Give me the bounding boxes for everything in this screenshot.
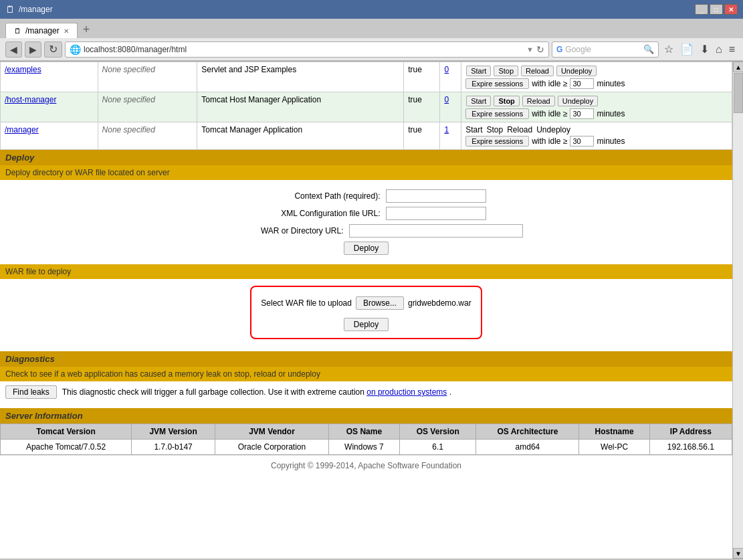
stop-button[interactable]: Stop [494,66,518,76]
app-actions: Start Stop Reload Undeploy Expire sessio… [461,92,732,122]
app-sessions[interactable]: 0 [444,95,449,104]
start-button[interactable]: Start [466,66,491,76]
app-path-link[interactable]: /manager [5,125,39,134]
refresh-button[interactable]: ↻ [44,41,62,58]
expire-sessions-button[interactable]: Expire sessions [465,78,529,89]
val-os-version: 6.1 [400,440,476,455]
window-title: /manager [19,5,53,14]
app-sessions[interactable]: 0 [444,65,449,74]
footer: Copyright © 1999-2014, Apache Software F… [0,455,732,476]
scroll-track[interactable] [733,72,743,548]
search-bar[interactable]: G Google 🔍 [552,41,659,58]
war-deploy-button[interactable]: Deploy [344,318,389,331]
xml-config-label: XML Configuration file URL: [247,209,381,218]
undeploy-button[interactable]: Undeploy [558,96,598,106]
search-icon[interactable]: 🔍 [643,44,654,54]
app-path-link[interactable]: /host-manager [5,95,56,104]
val-hostname: Wel-PC [579,440,649,455]
app-sessions[interactable]: 1 [444,125,449,134]
deploy-server-title: Deploy directory or WAR file located on … [5,168,170,177]
footer-text: Copyright © 1999-2014, Apache Software F… [271,461,461,470]
server-info-section: Server Information Tomcat Version JVM Ve… [0,408,732,455]
war-dir-label: WAR or Directory URL: [210,226,344,236]
download-button[interactable]: ⬇ [698,41,712,57]
browser-icon: 🗒 [5,4,15,15]
app-running: true [408,125,422,134]
col-hostname: Hostname [579,424,649,440]
applications-table: /examples None specified Servlet and JSP… [0,62,732,150]
tab-close-button[interactable]: ✕ [64,27,69,35]
war-filename: gridwebdemo.war [408,298,471,308]
idle-input[interactable] [570,136,594,147]
diagnostics-check-header: Check to see if a web application has ca… [0,367,732,381]
stop-button[interactable]: Stop [494,96,519,106]
expire-sessions-button[interactable]: Expire sessions [465,136,529,147]
server-info-table: Tomcat Version JVM Version JVM Vendor OS… [0,424,732,455]
close-button[interactable]: ✕ [724,4,738,15]
val-jvm-version: 1.7.0-b147 [132,440,215,455]
reload-button[interactable]: Reload [521,66,554,76]
scroll-thumb[interactable] [734,73,743,113]
col-ip-address: IP Address [649,424,732,440]
deploy-button-row: Deploy [0,242,732,255]
deploy-section: Deploy Deploy directory or WAR file loca… [0,150,732,264]
browse-button[interactable]: Browse... [356,296,404,310]
val-os-arch: amd64 [476,440,579,455]
context-path-input[interactable] [386,189,486,203]
val-os-name: Windows 7 [328,440,399,455]
scroll-up-arrow[interactable]: ▲ [733,62,743,72]
expire-sessions-button[interactable]: Expire sessions [465,108,529,119]
val-jvm-vendor: Oracle Corporation [215,440,329,455]
diagnostics-title: Diagnostics [5,354,55,364]
tab-manager[interactable]: 🗒 /manager ✕ [5,23,78,38]
refresh-nav-icon[interactable]: ↻ [536,44,544,55]
back-button[interactable]: ◀ [5,41,22,58]
start-text: Start [465,125,482,134]
undeploy-button[interactable]: Undeploy [556,66,597,76]
val-tomcat-version: Apache Tomcat/7.0.52 [1,440,132,455]
app-description: Tomcat Host Manager Application [201,95,321,104]
col-os-arch: OS Architecture [476,424,579,440]
production-systems-link[interactable]: on production systems [366,387,447,397]
deploy-server-button[interactable]: Deploy [344,242,389,255]
app-running: true [408,65,422,74]
start-button[interactable]: Start [466,96,491,106]
idle-input[interactable] [570,108,594,119]
idle-label: with idle ≥ [532,136,567,146]
war-dir-input[interactable] [349,224,523,238]
app-path-link[interactable]: /examples [5,65,41,74]
bookmark-star-button[interactable]: ☆ [661,41,676,57]
app-description: Tomcat Manager Application [201,125,302,134]
dropdown-icon: ▼ [526,45,534,54]
idle-input[interactable] [570,78,594,89]
diagnostics-description: This diagnostic check will trigger a ful… [62,387,451,397]
tab-bar: 🗒 /manager ✕ + [0,19,743,38]
scrollbar[interactable]: ▲ ▼ [732,62,743,559]
scroll-down-arrow[interactable]: ▼ [733,548,743,559]
col-jvm-vendor: JVM Vendor [215,424,329,440]
war-upload-highlight: Select WAR file to upload Browse... grid… [250,286,482,339]
war-upload-row: Select WAR file to upload Browse... grid… [255,291,476,315]
war-section: WAR file to deploy Select WAR file to up… [0,264,732,346]
xml-config-input[interactable] [386,207,486,220]
minutes-label: minutes [597,136,625,146]
idle-label: with idle ≥ [532,79,567,88]
server-info-data-row: Apache Tomcat/7.0.52 1.7.0-b147 Oracle C… [1,440,732,455]
forward-button[interactable]: ▶ [25,41,41,58]
diagnostics-text-row: Find leaks This diagnostic check will tr… [0,381,732,403]
table-row: /manager None specified Tomcat Manager A… [1,122,732,150]
war-dir-row: WAR or Directory URL: [0,224,732,238]
app-version: None specified [102,65,155,74]
find-leaks-button[interactable]: Find leaks [5,385,57,399]
menu-button[interactable]: ≡ [726,41,738,57]
bookmark-page-button[interactable]: 📄 [677,41,696,57]
diagnostics-check-title: Check to see if a web application has ca… [5,369,320,379]
address-bar[interactable]: 🌐 localhost:8080/manager/html ▼ ↻ [65,41,549,58]
stop-text: Stop [486,125,503,134]
new-tab-button[interactable]: + [79,21,94,38]
home-button[interactable]: ⌂ [713,41,725,57]
reload-button[interactable]: Reload [522,96,555,106]
title-bar: 🗒 /manager _ □ ✕ [0,0,743,19]
minimize-button[interactable]: _ [695,4,708,15]
maximize-button[interactable]: □ [710,4,723,15]
